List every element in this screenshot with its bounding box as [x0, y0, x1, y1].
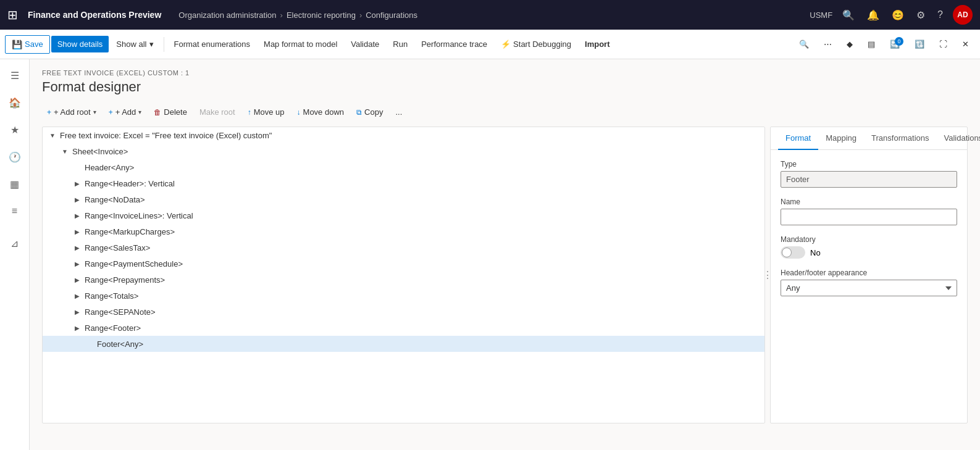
page-title: Format designer	[42, 79, 968, 95]
tree-item[interactable]: ▶Range<SEPANote>	[43, 304, 764, 320]
tree-item[interactable]: ▶Range<Header>: Vertical	[43, 175, 764, 191]
name-input[interactable]	[781, 209, 957, 225]
search-icon-nav[interactable]: 🔍	[840, 7, 857, 23]
sidebar-menu-icon[interactable]: ☰	[4, 64, 26, 86]
import-button[interactable]: Import	[579, 36, 616, 52]
run-button[interactable]: Run	[387, 36, 414, 52]
search-cmd-icon[interactable]: 🔍	[793, 36, 815, 52]
tree-item[interactable]: ▶Range<Prepayments>	[43, 272, 764, 288]
diamond-cmd-icon[interactable]: ◆	[840, 36, 859, 52]
breadcrumb-org-admin[interactable]: Organization administration	[178, 10, 276, 20]
tab-format[interactable]: Format	[778, 127, 818, 150]
tree-item[interactable]: ▶Range<PaymentSchedule>	[43, 256, 764, 272]
close-cmd-icon[interactable]: ✕	[956, 36, 975, 52]
type-label: Type	[781, 160, 957, 169]
expand-icon[interactable]: ▶	[72, 307, 82, 317]
breadcrumb-sep-1: ›	[280, 10, 283, 20]
start-debugging-button[interactable]: ⚡ Start Debugging	[495, 36, 577, 52]
more-cmd-icon[interactable]: ⋯	[818, 36, 838, 52]
sidebar-home-icon[interactable]: 🏠	[4, 91, 26, 114]
expand-icon	[85, 339, 94, 349]
expand-icon[interactable]: ▶	[72, 227, 82, 236]
tree-item[interactable]: ▶Range<Totals>	[43, 288, 764, 304]
tree-item-label: Range<Totals>	[85, 291, 760, 301]
expand-icon[interactable]: ▶	[72, 275, 82, 285]
tree-item[interactable]: Header<Any>	[43, 159, 764, 175]
tree-item[interactable]: Footer<Any>	[43, 336, 764, 352]
save-icon: 💾	[12, 40, 22, 49]
expand-icon[interactable]: ▶	[72, 243, 82, 252]
expand-icon[interactable]: ▶	[72, 194, 82, 204]
header-footer-group: Header/footer appearance AnyOdd pagesEve…	[781, 269, 957, 296]
save-button[interactable]: 💾 Save	[5, 35, 50, 54]
move-down-button[interactable]: ↓ Move down	[292, 105, 349, 119]
help-icon[interactable]: ?	[935, 7, 945, 23]
tree-item[interactable]: ▼Sheet<Invoice>	[43, 143, 764, 159]
breadcrumb-electronic-reporting[interactable]: Electronic reporting	[287, 10, 356, 20]
badge-cmd-icon[interactable]: 🔄 0	[884, 36, 906, 52]
settings-icon[interactable]: ⚙	[914, 7, 928, 23]
tree-item[interactable]: ▼Free text invoice: Excel = "Free text i…	[43, 127, 764, 143]
expand-icon[interactable]: ▼	[60, 146, 70, 156]
notification-icon[interactable]: 🔔	[865, 7, 882, 23]
main-content: FREE TEXT INVOICE (EXCEL) CUSTOM : 1 For…	[30, 59, 980, 450]
emoji-icon[interactable]: 😊	[889, 7, 907, 23]
expand-icon[interactable]: ▶	[72, 210, 82, 220]
popout-cmd-icon[interactable]: ⛶	[933, 36, 953, 52]
tree-item-label: Range<PaymentSchedule>	[85, 259, 760, 269]
cmd-right-icons: 🔍 ⋯ ◆ ▤ 🔄 0 🔃 ⛶ ✕	[793, 36, 975, 52]
show-all-chevron: ▾	[149, 40, 154, 49]
properties-panel: Format Mapping Transformations Validatio…	[770, 127, 968, 423]
breadcrumb-configurations[interactable]: Configurations	[366, 10, 417, 20]
name-label: Name	[781, 198, 957, 206]
format-enumerations-button[interactable]: Format enumerations	[168, 36, 257, 52]
tab-transformations[interactable]: Transformations	[864, 127, 936, 150]
tree-item[interactable]: ▶Range<InvoiceLines>: Vertical	[43, 207, 764, 223]
expand-icon[interactable]: ▼	[48, 130, 57, 140]
org-name: USMF	[810, 10, 832, 20]
tree-item-label: Range<InvoiceLines>: Vertical	[85, 211, 760, 220]
delete-button[interactable]: 🗑 Delete	[149, 105, 192, 119]
page-subtitle: FREE TEXT INVOICE (EXCEL) CUSTOM : 1	[42, 69, 968, 77]
map-format-button[interactable]: Map format to model	[258, 36, 343, 52]
left-sidebar: ☰ 🏠 ★ 🕐 ▦ ≡ ⊿	[0, 59, 30, 450]
tree-item-label: Header<Any>	[85, 163, 760, 172]
tree-panel: ▼Free text invoice: Excel = "Free text i…	[42, 127, 765, 423]
make-root-button: Make root	[195, 105, 240, 119]
tree-item[interactable]: ▶Range<SalesTax>	[43, 240, 764, 256]
show-details-button[interactable]: Show details	[51, 36, 109, 52]
add-button[interactable]: + + Add ▾	[104, 105, 147, 119]
sidebar-recent-icon[interactable]: 🕐	[4, 146, 26, 168]
tab-mapping[interactable]: Mapping	[818, 127, 864, 150]
sidebar-workspaces-icon[interactable]: ▦	[4, 173, 26, 195]
performance-trace-button[interactable]: Performance trace	[415, 36, 493, 52]
header-footer-select[interactable]: AnyOdd pagesEven pagesFirst pageLast pag…	[781, 280, 957, 296]
mandatory-toggle[interactable]	[781, 246, 805, 259]
more-tool-button[interactable]: ...	[390, 105, 407, 119]
validate-button[interactable]: Validate	[345, 36, 385, 52]
sidebar-modules-icon[interactable]: ≡	[4, 200, 26, 222]
type-group: Type	[781, 160, 957, 188]
panel-divider[interactable]	[765, 127, 770, 423]
show-all-button[interactable]: Show all ▾	[110, 36, 159, 52]
expand-icon[interactable]: ▶	[72, 291, 82, 301]
tree-item[interactable]: ▶Range<Footer>	[43, 320, 764, 336]
sidebar-filter-icon[interactable]: ⊿	[4, 232, 26, 254]
waffle-icon[interactable]: ⊞	[7, 7, 18, 22]
tree-item[interactable]: ▶Range<MarkupCharges>	[43, 223, 764, 240]
tree-item[interactable]: ▶Range<NoData>	[43, 191, 764, 207]
expand-icon[interactable]: ▶	[72, 323, 82, 333]
expand-icon[interactable]: ▶	[72, 178, 82, 188]
copy-icon: ⧉	[356, 108, 362, 117]
move-up-button[interactable]: ↑ Move up	[243, 105, 290, 119]
sidebar-favorites-icon[interactable]: ★	[4, 119, 26, 141]
copy-button[interactable]: ⧉ Copy	[351, 105, 388, 119]
avatar[interactable]: AD	[953, 5, 973, 25]
tab-validations[interactable]: Validations	[936, 127, 980, 150]
refresh-cmd-icon[interactable]: 🔃	[908, 36, 931, 52]
pane-cmd-icon[interactable]: ▤	[861, 36, 881, 52]
add-root-chevron: ▾	[93, 109, 96, 115]
type-input[interactable]	[781, 171, 957, 188]
expand-icon[interactable]: ▶	[72, 259, 82, 269]
add-root-button[interactable]: + + Add root ▾	[42, 105, 101, 119]
